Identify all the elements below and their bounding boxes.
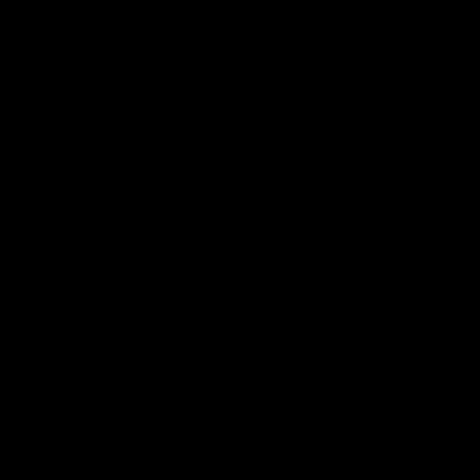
chart-frame bbox=[0, 0, 476, 476]
bottleneck-chart bbox=[0, 0, 476, 476]
